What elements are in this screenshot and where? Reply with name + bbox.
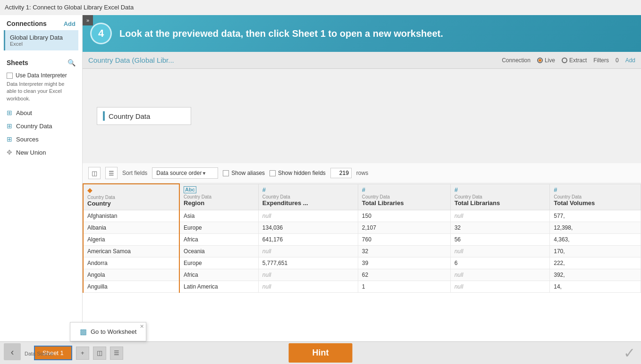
col-header-total-libraries: # Country Data Total Libraries bbox=[358, 184, 450, 210]
extract-label: Extract bbox=[569, 57, 587, 64]
table-cell: 1 bbox=[358, 281, 450, 293]
table-cell: Latin America bbox=[179, 281, 258, 293]
connection-type: Excel bbox=[10, 41, 74, 47]
table-row: AngolaAfricanull62null392, bbox=[83, 269, 641, 281]
live-radio[interactable] bbox=[537, 58, 543, 63]
sheet-item-country-data[interactable]: ⊞ Country Data bbox=[0, 119, 82, 132]
table-cell: Africa bbox=[179, 234, 258, 246]
table-cell: 12,398, bbox=[550, 222, 641, 234]
sheets-search-icon[interactable]: 🔍 bbox=[67, 59, 76, 66]
table-cell: 32 bbox=[358, 246, 450, 257]
goto-worksheet-btn[interactable]: ▩ Go to Worksheet bbox=[70, 323, 146, 341]
table-cell: 2,107 bbox=[358, 222, 450, 234]
dropdown-arrow-icon: ▼ bbox=[202, 171, 206, 176]
back-arrow-btn[interactable]: ‹ bbox=[4, 343, 21, 360]
goto-close-btn[interactable]: ✕ bbox=[140, 323, 144, 330]
globe-icon: ◆ bbox=[87, 186, 93, 194]
new-story-btn[interactable]: ☰ bbox=[110, 347, 123, 360]
sheet-item-about[interactable]: ⊞ About bbox=[0, 106, 82, 119]
sheet-item-new-union[interactable]: ✥ New Union bbox=[0, 146, 82, 159]
canvas-sheet-name: Country Data bbox=[109, 112, 150, 120]
list-view-btn[interactable]: ☰ bbox=[105, 167, 118, 179]
new-worksheet-btn[interactable]: + bbox=[76, 347, 89, 360]
table-cell: 4,363, bbox=[550, 234, 641, 246]
data-table-container[interactable]: ◆ Country Data Country Abc Country Data … bbox=[83, 183, 641, 361]
sheet-name-country-data: Country Data bbox=[16, 123, 52, 130]
sheet-item-sources[interactable]: ⊞ Sources bbox=[0, 132, 82, 146]
expand-icon[interactable]: » bbox=[83, 15, 93, 25]
table-cell: null bbox=[450, 269, 550, 281]
table-cell: American Samoa bbox=[83, 246, 179, 257]
hash-icon: # bbox=[362, 186, 365, 193]
connection-name: Global Library Data bbox=[10, 34, 74, 41]
filters-count: 0 bbox=[616, 57, 619, 64]
show-hidden-option[interactable]: Show hidden fields bbox=[270, 170, 326, 176]
table-cell: 150 bbox=[358, 210, 450, 222]
hash-icon: # bbox=[262, 186, 266, 193]
sheets-label: Sheets bbox=[7, 59, 28, 66]
live-label: Live bbox=[545, 57, 555, 64]
filters-add-link[interactable]: Add bbox=[625, 57, 635, 64]
live-option[interactable]: Live bbox=[537, 57, 555, 64]
table-row: AnguillaLatin Americanull1null14, bbox=[83, 281, 641, 293]
new-dashboard-btn[interactable]: ◫ bbox=[93, 347, 106, 360]
union-icon: ✥ bbox=[7, 149, 12, 156]
goto-label: Go to Worksheet bbox=[91, 328, 136, 335]
null-value: null bbox=[262, 248, 271, 255]
null-value: null bbox=[455, 283, 464, 290]
table-cell: 56 bbox=[450, 234, 550, 246]
extract-option[interactable]: Extract bbox=[562, 57, 587, 64]
sort-dropdown[interactable]: Data source order ▼ bbox=[152, 167, 218, 179]
left-sidebar: Connections Add Global Library Data Exce… bbox=[0, 15, 83, 364]
grid-view-btn[interactable]: ◫ bbox=[88, 167, 101, 179]
null-value: null bbox=[262, 272, 271, 278]
sheet-icon-country-data: ⊞ bbox=[7, 122, 12, 130]
connections-label: Connections bbox=[7, 20, 47, 27]
abc-icon: Abc bbox=[184, 186, 196, 193]
col-name: Total Libraries bbox=[362, 199, 404, 207]
table-cell: 760 bbox=[358, 234, 450, 246]
data-table: ◆ Country Data Country Abc Country Data … bbox=[83, 183, 641, 293]
show-aliases-checkbox[interactable] bbox=[223, 170, 229, 176]
table-row: AlbaniaEurope134,0362,1073212,398, bbox=[83, 222, 641, 234]
bar-chart-icon: ▩ bbox=[80, 327, 87, 336]
table-cell: Albania bbox=[83, 222, 179, 234]
col-name: Total Volumes bbox=[554, 199, 595, 207]
connection-area: Connection Live Extract Filters 0 Add bbox=[502, 57, 635, 64]
add-connection-link[interactable]: Add bbox=[64, 20, 76, 27]
sheet-box-indicator bbox=[103, 111, 105, 121]
sheet-name-sources: Sources bbox=[16, 136, 39, 143]
col-header-total-librarians: # Country Data Total Librarians bbox=[450, 184, 550, 210]
table-row: AndorraEurope5,777,651396222, bbox=[83, 257, 641, 269]
col-source: Country Data bbox=[362, 194, 447, 199]
connection-item-global-library[interactable]: Global Library Data Excel bbox=[4, 30, 78, 50]
extract-radio[interactable] bbox=[562, 58, 567, 63]
interpreter-checkbox[interactable] bbox=[7, 73, 13, 79]
table-cell: 392, bbox=[550, 269, 641, 281]
table-cell: null bbox=[450, 281, 550, 293]
rows-label: rows bbox=[356, 170, 368, 176]
canvas-sheet-box: Country Data bbox=[97, 107, 191, 125]
activity-title: Activity 1: Connect to Global Library Ex… bbox=[5, 4, 134, 11]
col-name: Country bbox=[87, 200, 111, 207]
table-cell: Asia bbox=[179, 210, 258, 222]
show-hidden-checkbox[interactable] bbox=[270, 170, 276, 176]
hint-button[interactable]: Hint bbox=[289, 343, 353, 363]
sort-fields-label: Sort fields bbox=[122, 170, 147, 176]
table-row: AfghanistanAsianull150null577, bbox=[83, 210, 641, 222]
canvas-area: Country Data bbox=[83, 69, 641, 163]
table-cell: null bbox=[258, 246, 358, 257]
show-aliases-label: Show aliases bbox=[231, 170, 265, 176]
null-value: null bbox=[455, 248, 464, 255]
rows-input[interactable] bbox=[330, 168, 352, 178]
table-cell: 39 bbox=[358, 257, 450, 269]
table-cell: Andorra bbox=[83, 257, 179, 269]
connections-header: Connections Add bbox=[0, 15, 82, 30]
checkmark-icon[interactable]: ✓ bbox=[624, 345, 635, 361]
sort-value: Data source order bbox=[156, 170, 202, 176]
col-name: Total Librarians bbox=[455, 199, 500, 207]
toolbar-row: ◫ ☰ Sort fields Data source order ▼ Show… bbox=[83, 163, 641, 183]
show-aliases-option[interactable]: Show aliases bbox=[223, 170, 265, 176]
col-header-country: ◆ Country Data Country bbox=[83, 184, 179, 210]
table-cell: Oceania bbox=[179, 246, 258, 257]
